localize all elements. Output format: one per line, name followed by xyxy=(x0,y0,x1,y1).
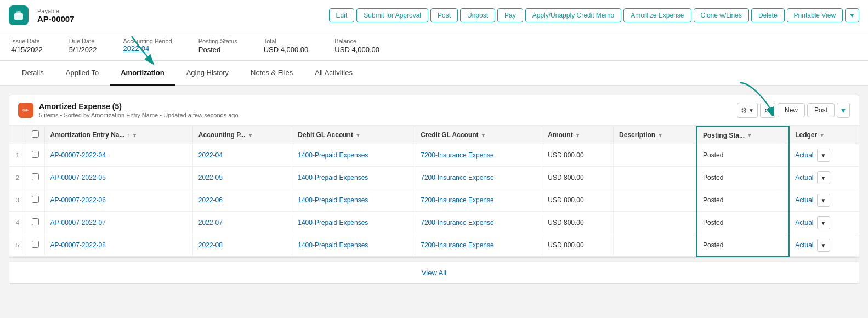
ledger-link[interactable]: Actual xyxy=(795,241,813,249)
pay-button[interactable]: Pay xyxy=(497,8,523,22)
accounting-period-label: Accounting Period xyxy=(123,38,172,44)
ledger-cell: Actual ▼ xyxy=(790,189,859,211)
row-checkbox[interactable] xyxy=(32,241,39,248)
row-checkbox-cell xyxy=(26,212,44,234)
debit-gl-account-cell: 1400-Prepaid Expenses xyxy=(292,234,415,257)
col-header-ledger: Ledger ▼ xyxy=(789,126,859,144)
row-checkbox-cell xyxy=(26,167,44,189)
tab-aging-history[interactable]: Aging History xyxy=(175,61,240,86)
accounting-period-link[interactable]: 2022-05 xyxy=(198,174,223,181)
sort-dropdown-icon[interactable]: ▼ xyxy=(132,132,138,138)
debit-gl-account-cell: 1400-Prepaid Expenses xyxy=(292,144,415,167)
credit-gl-account-link[interactable]: 7200-Insurance Expense xyxy=(421,196,493,204)
refresh-button[interactable]: ↺ xyxy=(760,103,775,118)
description-sort-icon[interactable]: ▼ xyxy=(657,132,663,138)
submit-approval-button[interactable]: Submit for Approval xyxy=(356,8,428,22)
ledger-sort-icon[interactable]: ▼ xyxy=(819,132,825,138)
accounting-period-value[interactable]: 2022-04 xyxy=(123,44,172,53)
accounting-period-link[interactable]: 2022-08 xyxy=(198,241,223,249)
posting-status-sort-icon[interactable]: ▼ xyxy=(747,132,752,138)
amount-sort-icon[interactable]: ▼ xyxy=(575,132,581,138)
table-row: 4 AP-00007-2022-07 2022-07 1400-Prepaid … xyxy=(9,212,859,234)
row-checkbox[interactable] xyxy=(32,218,39,225)
ledger-row-dropdown[interactable]: ▼ xyxy=(817,149,830,162)
ledger-row-dropdown[interactable]: ▼ xyxy=(817,171,830,184)
accounting-period-link[interactable]: 2022-07 xyxy=(198,219,223,226)
total-item: Total USD 4,000.00 xyxy=(264,38,309,54)
debit-gl-sort-icon[interactable]: ▼ xyxy=(355,132,361,138)
select-all-checkbox[interactable] xyxy=(32,130,39,138)
credit-gl-account-link[interactable]: 7200-Insurance Expense xyxy=(421,241,493,249)
ledger-cell: Actual ▼ xyxy=(790,167,859,189)
amortization-entry-name-link[interactable]: AP-00007-2022-07 xyxy=(50,219,106,226)
accounting-period-link[interactable]: 2022-06 xyxy=(198,196,223,204)
row-checkbox[interactable] xyxy=(32,151,39,158)
ledger-link[interactable]: Actual xyxy=(795,174,813,181)
issue-date-item: Issue Date 4/15/2022 xyxy=(11,38,43,54)
ledger-link[interactable]: Actual xyxy=(795,219,813,226)
card-title-text-block: Amortized Expense (5) 5 items • Sorted b… xyxy=(39,102,239,118)
unpost-button[interactable]: Unpost xyxy=(460,8,495,22)
amortization-entry-name-link[interactable]: AP-00007-2022-06 xyxy=(50,196,106,204)
tab-notes-files[interactable]: Notes & Files xyxy=(240,61,304,86)
card-title: Amortized Expense (5) xyxy=(39,102,239,111)
tab-amortization[interactable]: Amortization xyxy=(110,61,175,86)
amortize-expense-button[interactable]: Amortize Expense xyxy=(623,8,691,22)
debit-gl-account-link[interactable]: 1400-Prepaid Expenses xyxy=(298,241,368,249)
amortization-entry-name-link[interactable]: AP-00007-2022-04 xyxy=(50,151,106,159)
view-all-link[interactable]: View All xyxy=(422,269,446,277)
accounting-period-sort-icon[interactable]: ▼ xyxy=(248,132,253,138)
posting-status-cell: Posted xyxy=(697,144,789,167)
amount-cell: USD 800.00 xyxy=(542,234,614,257)
row-checkbox-cell xyxy=(26,234,44,257)
amortization-entry-name-link[interactable]: AP-00007-2022-05 xyxy=(50,174,106,181)
ledger-cell: Actual ▼ xyxy=(790,144,859,166)
credit-gl-account-cell: 7200-Insurance Expense xyxy=(415,212,542,234)
col-header-row-num xyxy=(9,126,26,144)
amortization-entry-name-link[interactable]: AP-00007-2022-08 xyxy=(50,241,106,249)
ledger-link[interactable]: Actual xyxy=(795,151,813,159)
clone-with-lines-button[interactable]: Clone w/Lines xyxy=(694,8,749,22)
posting-status-label: Posting Status xyxy=(198,38,237,44)
header-more-dropdown[interactable]: ▼ xyxy=(845,8,859,22)
tab-applied-to[interactable]: Applied To xyxy=(55,61,110,86)
amortized-expense-card: ✏ Amortized Expense (5) 5 items • Sorted… xyxy=(9,95,859,284)
col-header-description: Description ▼ xyxy=(614,126,697,144)
ledger-row-dropdown[interactable]: ▼ xyxy=(817,238,830,252)
post-action-button[interactable]: Post xyxy=(807,103,835,117)
table-row: 5 AP-00007-2022-08 2022-08 1400-Prepaid … xyxy=(9,234,859,257)
edit-button[interactable]: Edit xyxy=(329,8,355,22)
ledger-row-dropdown[interactable]: ▼ xyxy=(817,194,830,207)
row-number: 4 xyxy=(9,212,26,234)
amortization-entry-name-cell: AP-00007-2022-07 xyxy=(44,212,192,234)
balance-item: Balance USD 4,000.00 xyxy=(334,38,379,54)
debit-gl-account-link[interactable]: 1400-Prepaid Expenses xyxy=(298,196,368,204)
apply-unapply-button[interactable]: Apply/Unapply Credit Memo xyxy=(525,8,621,22)
printable-view-button[interactable]: Printable View xyxy=(787,8,843,22)
description-cell xyxy=(614,167,697,189)
debit-gl-account-link[interactable]: 1400-Prepaid Expenses xyxy=(298,219,368,226)
tab-all-activities[interactable]: All Activities xyxy=(304,61,364,86)
posting-status-cell: Posted xyxy=(697,234,789,257)
post-button[interactable]: Post xyxy=(430,8,458,22)
ledger-row-dropdown[interactable]: ▼ xyxy=(817,216,830,229)
credit-gl-sort-icon[interactable]: ▼ xyxy=(481,132,486,138)
debit-gl-account-link[interactable]: 1400-Prepaid Expenses xyxy=(298,151,368,159)
debit-gl-account-link[interactable]: 1400-Prepaid Expenses xyxy=(298,174,368,181)
tab-details[interactable]: Details xyxy=(11,61,55,86)
accounting-period-link[interactable]: 2022-04 xyxy=(198,151,223,159)
actions-dropdown-button[interactable]: ▼ xyxy=(837,103,850,118)
delete-button[interactable]: Delete xyxy=(751,8,785,22)
accounting-period-cell: 2022-06 xyxy=(192,189,292,212)
horizontal-scrollbar[interactable] xyxy=(9,257,859,262)
total-value: USD 4,000.00 xyxy=(264,46,309,54)
row-checkbox[interactable] xyxy=(32,173,39,180)
credit-gl-account-link[interactable]: 7200-Insurance Expense xyxy=(421,219,493,226)
row-checkbox[interactable] xyxy=(32,196,39,203)
settings-button[interactable]: ⚙ ▼ xyxy=(737,103,758,118)
new-button[interactable]: New xyxy=(778,103,805,117)
amount-cell: USD 800.00 xyxy=(542,189,614,212)
credit-gl-account-link[interactable]: 7200-Insurance Expense xyxy=(421,174,493,181)
ledger-link[interactable]: Actual xyxy=(795,196,813,204)
credit-gl-account-link[interactable]: 7200-Insurance Expense xyxy=(421,151,493,159)
